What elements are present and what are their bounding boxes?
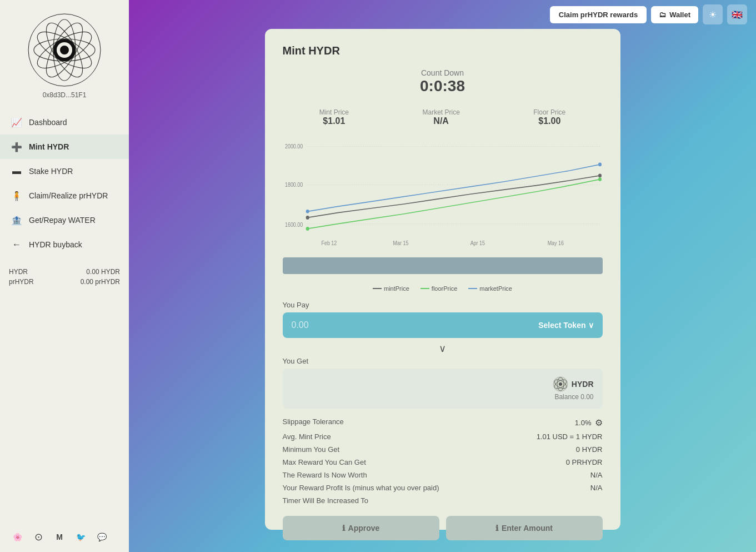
- twitter-icon[interactable]: 🐦: [74, 531, 87, 543]
- sidebar-item-dashboard-label: Dashboard: [29, 118, 67, 127]
- sidebar-item-buyback[interactable]: ← HYDR buyback: [0, 232, 129, 257]
- max-reward-row: Max Reward You Can Get 0 PRHYDR: [283, 458, 603, 466]
- enter-icon: ℹ: [495, 524, 498, 533]
- sidebar-item-mint-label: Mint HYDR: [29, 142, 69, 151]
- sidebar: 0x8d3D...51F1 📈 Dashboard ➕ Mint HYDR ▬ …: [0, 0, 129, 552]
- svg-text:1600.00: 1600.00: [284, 222, 302, 228]
- wallet-icon: 🗂: [659, 11, 666, 19]
- svg-point-21: [598, 174, 602, 178]
- avg-mint-label: Avg. Mint Price: [283, 432, 331, 441]
- main-area: Claim prHYDR rewards 🗂 Wallet ☀ 🇬🇧 Mint …: [129, 0, 756, 552]
- you-get-input[interactable]: [292, 384, 553, 394]
- slippage-label: Slippage Tolerance: [283, 417, 344, 428]
- sidebar-item-buyback-label: HYDR buyback: [29, 240, 82, 249]
- svg-point-20: [306, 216, 309, 220]
- avg-mint-price-row: Avg. Mint Price 1.01 USD = 1 HYDR: [283, 432, 603, 441]
- approve-button[interactable]: ℹ Approve: [283, 516, 439, 540]
- buyback-icon: ←: [11, 239, 22, 250]
- legend-floor-label: floorPrice: [432, 285, 457, 292]
- market-price-item: Market Price N/A: [422, 108, 459, 126]
- price-chart: 2000.00 1800.00 1600.00 Feb 12 Mar 15 Ap…: [283, 137, 603, 248]
- medium-icon[interactable]: M: [53, 531, 66, 543]
- logo-area: 0x8d3D...51F1: [0, 0, 129, 105]
- theme-toggle-button[interactable]: ☀: [703, 4, 723, 24]
- countdown-label: Count Down: [283, 68, 603, 77]
- slippage-row: Slippage Tolerance 1.0% ⚙: [283, 417, 603, 428]
- info-section: Slippage Tolerance 1.0% ⚙ Avg. Mint Pric…: [283, 417, 603, 505]
- slippage-value: 1.0% ⚙: [575, 417, 603, 428]
- svg-point-22: [306, 227, 309, 231]
- hydr-token-info: HYDR Balance 0.00: [553, 376, 594, 401]
- chart-svg: 2000.00 1800.00 1600.00 Feb 12 Mar 15 Ap…: [283, 137, 603, 248]
- svg-text:May 16: May 16: [547, 240, 563, 247]
- stake-icon: ▬: [11, 166, 22, 177]
- action-buttons: ℹ Approve ℹ Enter Amount: [283, 516, 603, 540]
- range-area: [283, 257, 603, 274]
- prhydr-balance-row: prHYDR 0.00 prHYDR: [9, 278, 120, 286]
- enter-amount-button[interactable]: ℹ Enter Amount: [446, 516, 603, 540]
- sidebar-item-repay-label: Get/Repay WATER: [29, 216, 96, 225]
- avg-mint-value: 1.01 USD = 1 HYDR: [537, 432, 603, 441]
- mint-price-dot: [373, 288, 382, 289]
- svg-text:2000.00: 2000.00: [284, 143, 302, 150]
- language-button[interactable]: 🇬🇧: [727, 4, 747, 24]
- range-slider[interactable]: [283, 257, 603, 274]
- hydr-token-icon: [553, 376, 568, 392]
- chart-legend: mintPrice floorPrice marketPrice: [283, 285, 603, 292]
- sidebar-item-dashboard[interactable]: 📈 Dashboard: [0, 110, 129, 135]
- sidebar-item-mint-hydr[interactable]: ➕ Mint HYDR: [0, 135, 129, 159]
- prhydr-amount: 0.00 prHYDR: [81, 278, 120, 286]
- min-you-get-row: Minimum You Get 0 HYDR: [283, 445, 603, 454]
- hydr-label: HYDR: [553, 376, 594, 392]
- min-get-label: Minimum You Get: [283, 445, 340, 454]
- content-area: Mint HYDR Count Down 0:0:38 Mint Price $…: [129, 29, 756, 552]
- you-get-row: HYDR Balance 0.00: [283, 369, 603, 409]
- info-icon: ℹ: [342, 524, 345, 533]
- you-pay-row: Select Token ∨: [283, 312, 603, 338]
- max-reward-value: 0 PRHYDR: [566, 458, 603, 466]
- min-get-value: 0 HYDR: [576, 445, 603, 454]
- you-pay-input[interactable]: [292, 320, 539, 330]
- market-price-value: N/A: [422, 116, 459, 126]
- swap-arrow[interactable]: ∨: [283, 342, 603, 355]
- svg-point-24: [306, 210, 309, 213]
- card-title: Mint HYDR: [283, 44, 603, 57]
- svg-point-9: [60, 46, 69, 54]
- select-token-button[interactable]: Select Token ∨: [538, 321, 593, 330]
- sidebar-item-claim[interactable]: 🧍 Claim/Realize prHYDR: [0, 183, 129, 208]
- mint-price-label: Mint Price: [319, 108, 349, 116]
- svg-text:1800.00: 1800.00: [284, 181, 302, 188]
- max-reward-label: Max Reward You Can Get: [283, 458, 366, 466]
- hydr-token-label: HYDR: [9, 268, 28, 276]
- prices-section: Mint Price $1.01 Market Price N/A Floor …: [283, 108, 603, 126]
- sidebar-item-stake-label: Stake HYDR: [29, 167, 73, 176]
- sidebar-item-get-repay[interactable]: 🏦 Get/Repay WATER: [0, 208, 129, 232]
- svg-point-30: [559, 382, 562, 386]
- claim-prhydr-button[interactable]: Claim prHYDR rewards: [550, 6, 647, 23]
- hydr-balance-display: Balance 0.00: [554, 393, 593, 401]
- wallet-button[interactable]: 🗂 Wallet: [651, 6, 698, 23]
- legend-mint-price: mintPrice: [373, 285, 409, 292]
- hydr-amount: 0.00 HYDR: [86, 268, 120, 276]
- mint-price-value: $1.01: [319, 116, 349, 126]
- settings-gear-icon[interactable]: ⚙: [595, 417, 603, 428]
- github-icon[interactable]: ⊙: [32, 531, 44, 543]
- discord-icon[interactable]: 💬: [96, 531, 108, 543]
- flower-icon[interactable]: 🌸: [11, 531, 23, 543]
- hydr-balance-row: HYDR 0.00 HYDR: [9, 268, 120, 276]
- reward-worth-label: The Reward Is Now Worth: [283, 471, 367, 479]
- approve-label: Approve: [348, 524, 380, 533]
- prhydr-token-label: prHYDR: [9, 278, 34, 286]
- timer-row: Timer Will Be Increased To: [283, 496, 603, 505]
- mint-card: Mint HYDR Count Down 0:0:38 Mint Price $…: [265, 29, 620, 530]
- legend-floor-price: floorPrice: [420, 285, 457, 292]
- you-pay-label: You Pay: [283, 301, 603, 309]
- wallet-label: Wallet: [669, 11, 690, 19]
- svg-text:Feb 12: Feb 12: [321, 240, 337, 247]
- svg-text:Mar 15: Mar 15: [393, 240, 408, 247]
- reward-profit-value: N/A: [590, 484, 603, 492]
- sidebar-item-stake-hydr[interactable]: ▬ Stake HYDR: [0, 159, 129, 183]
- balances-section: HYDR 0.00 HYDR prHYDR 0.00 prHYDR: [0, 268, 129, 286]
- svg-text:Apr 15: Apr 15: [470, 240, 484, 247]
- legend-mint-label: mintPrice: [384, 285, 409, 292]
